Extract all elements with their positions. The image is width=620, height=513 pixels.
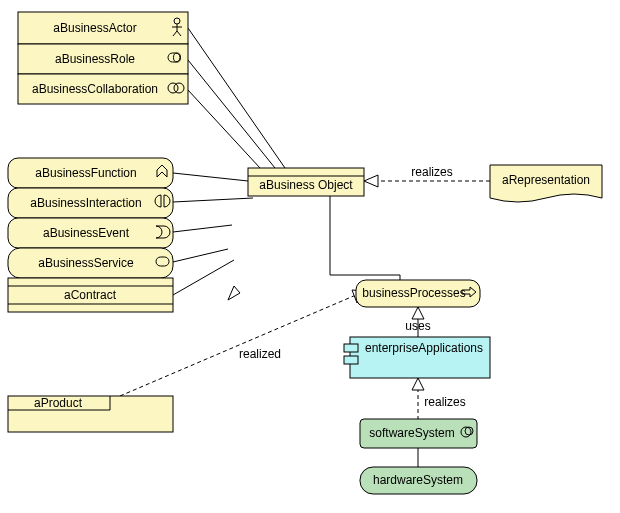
edge-role-object <box>188 60 275 168</box>
arrow-realizes-soft <box>412 378 424 390</box>
svg-rect-13 <box>8 396 173 432</box>
node-hardware-label: hardwareSystem <box>373 473 463 487</box>
edge-event-object <box>173 225 232 232</box>
arrow-realizes-repr <box>364 175 378 187</box>
svg-marker-0 <box>226 176 248 296</box>
node-software-label: softwareSystem <box>369 426 454 440</box>
arrow-uses <box>412 307 424 319</box>
node-processes-label: businessProcesses <box>362 286 465 300</box>
node-interaction-label: aBusinessInteraction <box>30 196 141 210</box>
svg-rect-21 <box>344 356 358 364</box>
node-service-label: aBusinessService <box>38 256 134 270</box>
node-app-label: enterpriseApplications <box>365 341 483 355</box>
node-object-label: aBusiness Object <box>259 178 353 192</box>
node-collab-label: aBusinessCollaboration <box>32 82 158 96</box>
node-product-label: aProduct <box>34 396 83 410</box>
group-behaviour-stack: aBusinessFunction aBusinessInteraction a… <box>8 158 173 312</box>
node-actor-label: aBusinessActor <box>53 21 136 35</box>
open-arrow-group <box>228 286 240 300</box>
node-role-label: aBusinessRole <box>55 52 135 66</box>
node-software: softwareSystem <box>360 419 477 448</box>
label-realizes-repr: realizes <box>411 165 452 179</box>
edge-func-object <box>173 173 248 181</box>
edge-collab-object <box>188 90 260 168</box>
node-hardware: hardwareSystem <box>360 467 477 494</box>
node-representation: aRepresentation <box>490 165 602 202</box>
node-contract-label: aContract <box>64 288 117 302</box>
edge-inter-object <box>173 198 253 202</box>
node-app: enterpriseApplications <box>344 337 490 378</box>
node-product: aProduct <box>8 396 173 432</box>
svg-rect-20 <box>344 344 358 352</box>
group-actor-role-collab: aBusinessActor aBusinessRole aBusinessCo… <box>18 12 188 104</box>
label-realizes-soft: realizes <box>424 395 465 409</box>
node-representation-label: aRepresentation <box>502 173 590 187</box>
archimate-diagram: realizes realized uses realizes aBusines… <box>0 0 620 513</box>
node-function-label: aBusinessFunction <box>35 166 136 180</box>
label-uses: uses <box>405 319 430 333</box>
edge-contract-object <box>173 260 234 295</box>
node-processes: businessProcesses <box>356 280 480 307</box>
node-object: aBusiness Object <box>248 168 364 196</box>
label-realized: realized <box>239 347 281 361</box>
node-event-label: aBusinessEvent <box>43 226 130 240</box>
edge-actor-object <box>188 28 285 168</box>
edge-service-object <box>173 249 228 262</box>
